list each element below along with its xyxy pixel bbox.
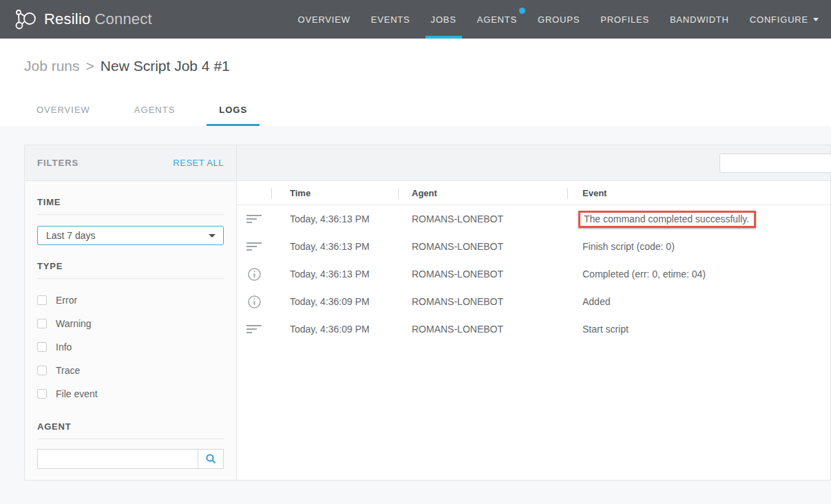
filter-option-file-event[interactable]: File event bbox=[37, 382, 224, 406]
filters-body: TIME Last 7 days TYPE ErrorWarningInfoTr… bbox=[25, 197, 236, 469]
nav-item-groups[interactable]: GROUPS bbox=[538, 0, 580, 39]
content-area: FILTERS RESET ALL TIME Last 7 days TYPE … bbox=[0, 126, 831, 504]
column-header-agent[interactable]: Agent bbox=[412, 181, 437, 205]
row-event: Start script bbox=[582, 315, 830, 343]
logs-search-input[interactable] bbox=[719, 154, 831, 173]
info-icon bbox=[248, 268, 261, 281]
column-header-time[interactable]: Time bbox=[290, 181, 311, 205]
row-time: Today, 4:36:13 PM bbox=[290, 233, 370, 260]
breadcrumb-separator: > bbox=[86, 58, 94, 74]
divider bbox=[37, 214, 224, 215]
row-agent: ROMANS-LONEBOT bbox=[412, 205, 503, 233]
filter-option-error[interactable]: Error bbox=[37, 288, 224, 312]
tab-agents[interactable]: AGENTS bbox=[122, 93, 187, 126]
filter-option-label: Error bbox=[56, 295, 77, 306]
breadcrumb: Job runs > New Script Job 4 #1 bbox=[0, 39, 831, 93]
filters-sidebar: FILTERS RESET ALL TIME Last 7 days TYPE … bbox=[25, 145, 237, 480]
row-agent: ROMANS-LONEBOT bbox=[412, 315, 503, 343]
main-nav: OVERVIEWEVENTSJOBSAGENTSGROUPSPROFILESBA… bbox=[298, 0, 819, 39]
agent-search-input[interactable] bbox=[37, 449, 198, 469]
time-range-select[interactable]: Last 7 days bbox=[37, 226, 224, 245]
filter-option-label: Info bbox=[56, 342, 72, 353]
tab-overview[interactable]: OVERVIEW bbox=[24, 93, 103, 126]
row-agent: ROMANS-LONEBOT bbox=[412, 233, 503, 260]
checkbox-icon[interactable] bbox=[37, 295, 47, 305]
divider bbox=[37, 439, 224, 439]
info-icon bbox=[248, 295, 261, 308]
page-title: New Script Job 4 #1 bbox=[101, 58, 230, 74]
nav-item-jobs[interactable]: JOBS bbox=[431, 0, 456, 39]
nav-item-bandwidth[interactable]: BANDWIDTH bbox=[670, 0, 729, 39]
table-row[interactable]: Today, 4:36:13 PMROMANS-LONEBOTCompleted… bbox=[237, 260, 830, 288]
row-agent: ROMANS-LONEBOT bbox=[412, 260, 503, 288]
chevron-down-icon bbox=[813, 18, 819, 21]
filter-option-label: File event bbox=[56, 388, 98, 399]
row-event: Finish script (code: 0) bbox=[582, 233, 830, 260]
notification-dot-icon bbox=[519, 8, 525, 14]
top-navbar: ResilioConnect OVERVIEWEVENTSJOBSAGENTSG… bbox=[0, 0, 831, 39]
logs-table-panel: Time Agent Event Today, 4:36:13 PMROMANS… bbox=[237, 145, 830, 480]
log-lines-icon bbox=[246, 242, 262, 251]
row-event: Completed (err: 0, etime: 04) bbox=[582, 260, 830, 288]
column-separator bbox=[567, 188, 568, 199]
row-icon-cell bbox=[237, 260, 271, 288]
nav-item-profiles[interactable]: PROFILES bbox=[600, 0, 649, 39]
log-lines-icon bbox=[246, 325, 262, 333]
row-icon-cell bbox=[237, 288, 271, 315]
table-row[interactable]: Today, 4:36:13 PMROMANS-LONEBOTThe comma… bbox=[237, 205, 830, 233]
filters-title: FILTERS bbox=[37, 158, 78, 168]
nav-item-label: PROFILES bbox=[600, 14, 649, 25]
agent-filter-label: AGENT bbox=[37, 421, 224, 432]
column-header-event[interactable]: Event bbox=[582, 181, 607, 205]
nav-item-label: OVERVIEW bbox=[298, 14, 350, 25]
nav-item-label: GROUPS bbox=[538, 14, 580, 25]
table-row[interactable]: Today, 4:36:09 PMROMANS-LONEBOTAdded bbox=[237, 288, 830, 315]
nav-item-agents[interactable]: AGENTS bbox=[477, 0, 517, 39]
tab-logs[interactable]: LOGS bbox=[207, 93, 260, 126]
breadcrumb-parent[interactable]: Job runs bbox=[24, 58, 80, 74]
nav-item-label: EVENTS bbox=[371, 14, 410, 25]
nav-item-label: AGENTS bbox=[477, 14, 517, 25]
agent-search bbox=[37, 449, 224, 469]
table-body: Today, 4:36:13 PMROMANS-LONEBOTThe comma… bbox=[237, 205, 830, 480]
table-row[interactable]: Today, 4:36:09 PMROMANS-LONEBOTStart scr… bbox=[237, 315, 830, 343]
brand-name: ResilioConnect bbox=[44, 10, 152, 28]
chevron-down-icon bbox=[209, 234, 215, 238]
table-toolbar bbox=[237, 145, 830, 181]
nav-item-label: CONFIGURE bbox=[750, 14, 808, 25]
row-time: Today, 4:36:13 PM bbox=[290, 205, 370, 233]
nav-item-label: JOBS bbox=[431, 14, 456, 25]
filter-option-label: Warning bbox=[56, 318, 92, 329]
nav-item-configure[interactable]: CONFIGURE bbox=[750, 0, 819, 39]
checkbox-icon[interactable] bbox=[37, 342, 47, 352]
nav-item-overview[interactable]: OVERVIEW bbox=[298, 0, 350, 39]
time-filter-label: TIME bbox=[37, 197, 224, 207]
row-icon-cell bbox=[237, 315, 271, 343]
row-agent: ROMANS-LONEBOT bbox=[412, 288, 503, 315]
table-row[interactable]: Today, 4:36:13 PMROMANS-LONEBOTFinish sc… bbox=[237, 233, 830, 260]
checkbox-icon[interactable] bbox=[37, 389, 47, 399]
column-separator bbox=[271, 188, 272, 199]
magnifier-icon bbox=[205, 453, 217, 465]
reset-all-button[interactable]: RESET ALL bbox=[173, 158, 224, 168]
time-range-value: Last 7 days bbox=[46, 230, 96, 241]
brand-logo[interactable]: ResilioConnect bbox=[14, 0, 152, 39]
checkbox-icon[interactable] bbox=[37, 319, 47, 328]
filter-option-info[interactable]: Info bbox=[37, 335, 224, 359]
divider bbox=[37, 278, 224, 279]
table-header: Time Agent Event bbox=[237, 181, 830, 205]
row-icon-cell bbox=[237, 205, 271, 233]
row-event: Added bbox=[582, 288, 830, 315]
type-filter-label: TYPE bbox=[37, 261, 224, 271]
filters-header: FILTERS RESET ALL bbox=[25, 145, 236, 181]
nav-item-events[interactable]: EVENTS bbox=[371, 0, 410, 39]
logs-panel: FILTERS RESET ALL TIME Last 7 days TYPE … bbox=[24, 145, 831, 481]
filter-option-warning[interactable]: Warning bbox=[37, 312, 224, 335]
nav-item-label: BANDWIDTH bbox=[670, 14, 729, 25]
filter-option-trace[interactable]: Trace bbox=[37, 359, 224, 382]
resilio-logo-icon bbox=[14, 8, 37, 31]
checkbox-icon[interactable] bbox=[37, 366, 47, 375]
filter-option-label: Trace bbox=[56, 365, 80, 376]
agent-search-button[interactable] bbox=[198, 449, 224, 469]
row-icon-cell bbox=[237, 233, 271, 260]
